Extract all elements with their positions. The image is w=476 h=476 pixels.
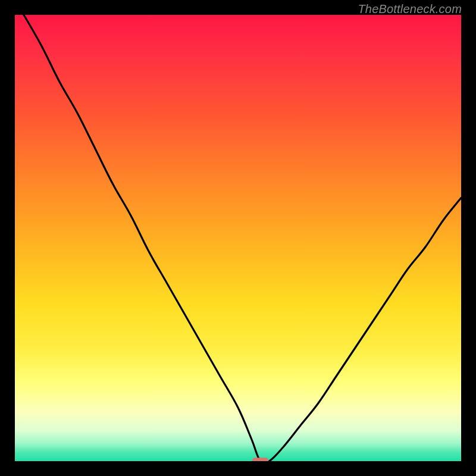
plot-area: [15, 15, 461, 461]
watermark-text: TheBottleneck.com: [358, 2, 462, 16]
curve-layer: [15, 15, 461, 461]
optimal-marker: [252, 458, 268, 461]
chart-container: TheBottleneck.com: [0, 0, 476, 476]
bottleneck-curve: [24, 15, 461, 461]
